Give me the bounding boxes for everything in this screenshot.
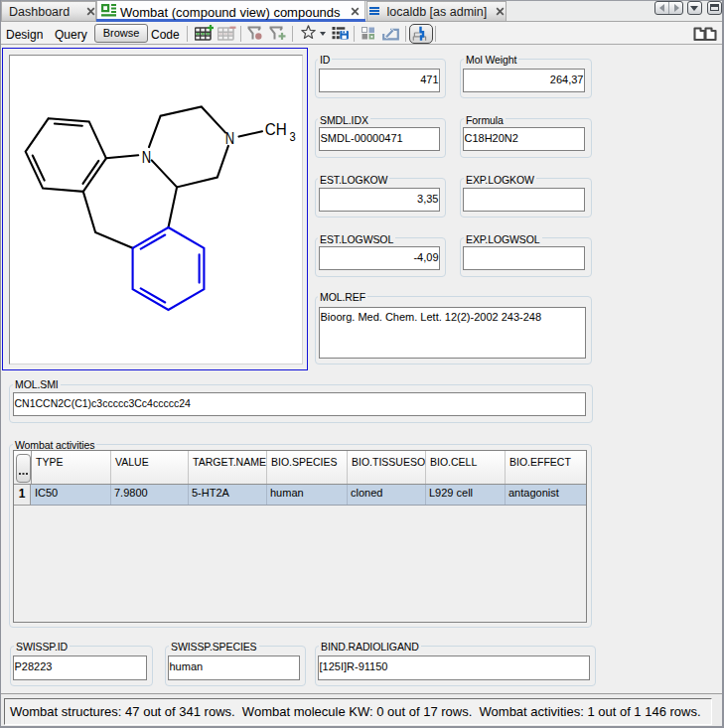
svg-text:N: N <box>142 148 151 166</box>
svg-text:3: 3 <box>290 130 296 144</box>
svg-text:CH: CH <box>265 120 287 138</box>
svg-text:N: N <box>225 129 234 147</box>
